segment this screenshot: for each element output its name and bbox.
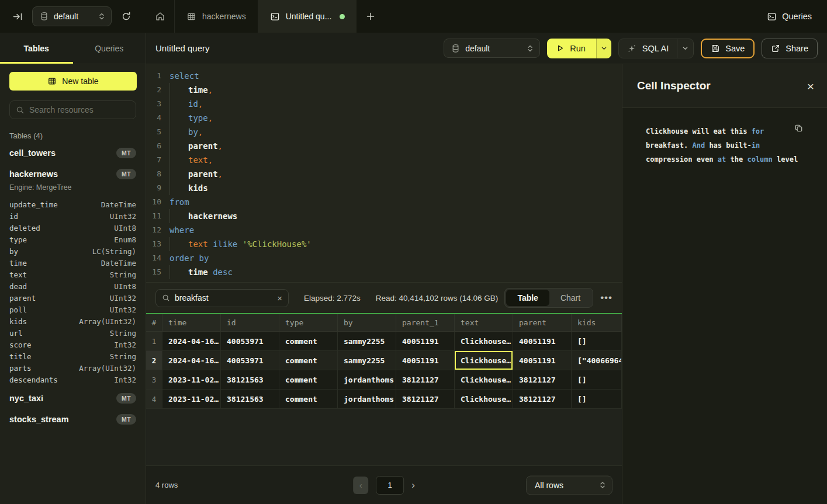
more-options-button[interactable]: ••• [600, 292, 613, 304]
database-selector[interactable]: default [32, 6, 112, 26]
table-cell[interactable]: 40053971 [221, 351, 279, 370]
collapse-sidebar-button[interactable] [11, 9, 25, 24]
page-size-select[interactable]: All rows [526, 475, 613, 495]
close-inspector-button[interactable]: × [807, 80, 814, 92]
page-number-input[interactable] [376, 476, 404, 495]
table-cell[interactable]: 40051191 [396, 332, 455, 351]
sidebar-tab-queries[interactable]: Queries [73, 33, 146, 64]
share-button[interactable]: Share [762, 39, 818, 58]
schema-column-row[interactable]: scoreInt32 [0, 339, 146, 350]
sidebar-table-cell-towers[interactable]: cell_towers MT [0, 145, 146, 161]
schema-column-row[interactable]: deadUInt8 [0, 280, 146, 292]
schema-column-row[interactable]: idUInt32 [0, 210, 146, 222]
row-number-cell[interactable]: 3 [146, 370, 162, 390]
schema-column-row[interactable]: descendantsInt32 [0, 374, 146, 385]
schema-column-type: UInt32 [110, 305, 136, 314]
schema-column-row[interactable]: byLC(String) [0, 245, 146, 257]
next-page-button[interactable]: › [411, 479, 415, 491]
table-cell[interactable]: [] [572, 390, 622, 409]
schema-column-row[interactable]: parentUInt32 [0, 292, 146, 304]
tab-home[interactable] [146, 0, 175, 33]
table-cell[interactable]: comment [279, 351, 338, 370]
cell-value-token: the [726, 155, 747, 164]
table-cell[interactable]: 38121127 [396, 390, 455, 409]
toolbar-database-selector[interactable]: default [444, 39, 540, 58]
column-header-time[interactable]: time [162, 314, 221, 332]
sql-ai-dropdown[interactable] [677, 39, 693, 58]
column-header-by[interactable]: by [338, 314, 396, 332]
schema-column-row[interactable]: typeEnum8 [0, 234, 146, 245]
table-cell[interactable]: 2023-11-02… [162, 390, 221, 409]
column-header-id[interactable]: id [221, 314, 279, 332]
queries-button[interactable]: Queries [767, 0, 827, 33]
tab-untitled-query[interactable]: Untitled qu... [258, 0, 357, 33]
table-cell[interactable]: Clickhouse… [455, 370, 513, 390]
resources-sidebar: New table Tables (4) cell_towers MT hack… [0, 64, 146, 504]
new-tab-button[interactable] [357, 0, 385, 33]
row-number-cell[interactable]: 2 [146, 351, 162, 370]
new-table-button[interactable]: New table [9, 72, 137, 91]
schema-column-row[interactable]: urlString [0, 327, 146, 339]
table-cell[interactable]: 40051191 [396, 351, 455, 370]
table-cell[interactable]: Clickhouse… [455, 332, 513, 351]
previous-page-button[interactable]: ‹ [353, 477, 368, 494]
view-tab-chart[interactable]: Chart [549, 290, 591, 306]
sidebar-tab-tables[interactable]: Tables [0, 33, 73, 64]
column-header-type[interactable]: type [279, 314, 338, 332]
table-cell[interactable]: 2024-04-16… [162, 332, 221, 351]
sql-ai-button[interactable]: SQL AI [619, 39, 677, 58]
schema-column-row[interactable]: timeDateTime [0, 257, 146, 269]
table-cell[interactable]: 2023-11-02… [162, 370, 221, 390]
search-resources-input[interactable] [29, 105, 130, 114]
schema-column-name: parts [9, 364, 32, 373]
column-header-parent[interactable]: parent [513, 314, 572, 332]
table-cell[interactable]: 38121127 [513, 370, 572, 390]
sidebar-table-stocks-stream[interactable]: stocks_stream MT [0, 411, 146, 427]
schema-column-row[interactable]: textString [0, 269, 146, 280]
table-cell[interactable]: jordanthoms [338, 370, 396, 390]
copy-cell-button[interactable] [794, 123, 804, 133]
table-cell[interactable]: 2024-04-16… [162, 351, 221, 370]
schema-column-row[interactable]: kidsArray(UInt32) [0, 315, 146, 327]
table-cell[interactable]: 40051191 [513, 332, 572, 351]
table-cell[interactable]: 40053971 [221, 332, 279, 351]
column-header-parent_1[interactable]: parent_1 [396, 314, 455, 332]
save-button[interactable]: Save [701, 39, 755, 58]
refresh-button[interactable] [119, 9, 134, 24]
column-header-kids[interactable]: kids [572, 314, 622, 332]
table-cell[interactable]: 38121127 [513, 390, 572, 409]
table-cell[interactable]: sammy2255 [338, 351, 396, 370]
view-tab-table[interactable]: Table [506, 290, 549, 306]
table-cell[interactable]: 40051191 [513, 351, 572, 370]
table-cell[interactable]: 38121563 [221, 370, 279, 390]
schema-column-row[interactable]: partsArray(UInt32) [0, 362, 146, 374]
row-number-cell[interactable]: 4 [146, 390, 162, 409]
table-cell[interactable]: [] [572, 332, 622, 351]
table-cell[interactable]: comment [279, 390, 338, 409]
table-cell[interactable]: comment [279, 332, 338, 351]
run-button[interactable]: Run [547, 39, 596, 58]
column-header-text[interactable]: text [455, 314, 513, 332]
schema-column-row[interactable]: update_timeDateTime [0, 199, 146, 210]
schema-column-row[interactable]: deletedUInt8 [0, 222, 146, 234]
sidebar-table-nyc-taxi[interactable]: nyc_taxi MT [0, 390, 146, 406]
run-options-dropdown[interactable] [596, 39, 611, 58]
selected-cell[interactable]: Clickhouse… [455, 351, 513, 370]
column-header-row-number[interactable]: # [146, 314, 162, 332]
table-cell[interactable]: [] [572, 370, 622, 390]
schema-column-row[interactable]: pollUInt32 [0, 304, 146, 315]
table-cell[interactable]: comment [279, 370, 338, 390]
table-cell[interactable]: 38121563 [221, 390, 279, 409]
results-search-input[interactable] [175, 293, 272, 303]
tab-hackernews[interactable]: hackernews [175, 0, 258, 33]
clear-search-button[interactable]: × [277, 294, 282, 303]
sql-editor[interactable]: 1select2time,3id,4type,5by,6parent,7text… [146, 64, 622, 282]
table-cell[interactable]: jordanthoms [338, 390, 396, 409]
table-cell[interactable]: sammy2255 [338, 332, 396, 351]
schema-column-row[interactable]: titleString [0, 350, 146, 362]
sidebar-table-hackernews[interactable]: hackernews MT [0, 166, 146, 182]
table-cell[interactable]: Clickhouse… [455, 390, 513, 409]
table-cell[interactable]: 38121127 [396, 370, 455, 390]
table-cell[interactable]: ["40066964… [572, 351, 622, 370]
row-number-cell[interactable]: 1 [146, 332, 162, 351]
